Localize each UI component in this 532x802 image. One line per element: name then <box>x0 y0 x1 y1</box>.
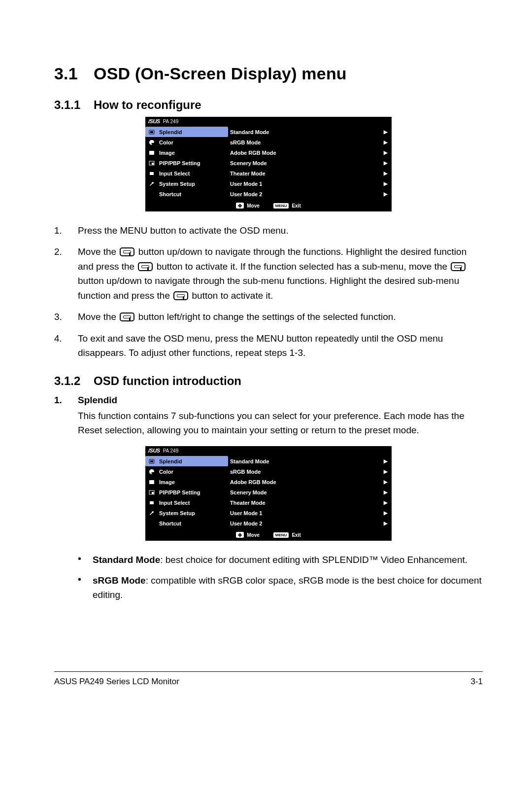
svg-rect-1 <box>150 131 153 133</box>
chevron-right-icon: ▶ <box>384 181 388 186</box>
osd-footer: ✥Move MENUExit <box>145 200 392 211</box>
osd-menu-item: PIP/PBP Setting <box>145 487 228 497</box>
list-item: 1. Press the MENU button to activate the… <box>54 223 483 238</box>
step-number: 3. <box>54 310 78 324</box>
bullet-list: • Standard Mode: best choice for documen… <box>78 553 483 602</box>
chevron-right-icon: ▶ <box>384 521 388 526</box>
section-number: 3.1 <box>54 64 94 83</box>
svg-rect-2 <box>149 151 154 155</box>
exit-label: Exit <box>292 203 300 209</box>
joystick-icon <box>120 313 134 321</box>
chevron-right-icon: ▶ <box>384 489 388 495</box>
osd-option: User Mode 1▶ <box>230 178 388 189</box>
osd-menu-item: System Setup <box>145 508 228 518</box>
subsection-number: 3.1.2 <box>54 374 94 388</box>
shortcut-icon <box>147 191 156 197</box>
osd-option: Scenery Mode▶ <box>230 158 388 168</box>
paragraph: This function contains 7 sub-functions y… <box>78 409 483 438</box>
osd-option: User Mode 1▶ <box>230 508 388 518</box>
item-title: Splendid <box>78 395 117 406</box>
osd-menu-item: PIP/PBP Setting <box>145 158 228 168</box>
nav-icon: ✥ <box>236 532 244 538</box>
osd-menu-item: Color <box>145 466 228 477</box>
chevron-right-icon: ▶ <box>384 171 388 176</box>
osd-menu-item: Splendid <box>145 456 228 466</box>
input-icon <box>147 500 156 506</box>
splendid-icon <box>147 129 156 135</box>
chevron-right-icon: ▶ <box>384 469 388 474</box>
osd-menu-label: Color <box>156 139 173 145</box>
step-number: 4. <box>54 331 78 360</box>
chevron-right-icon: ▶ <box>384 129 388 135</box>
chevron-right-icon: ▶ <box>384 479 388 485</box>
joystick-icon <box>451 262 466 271</box>
model-label: PA 249 <box>163 119 179 124</box>
osd-menu-label: System Setup <box>156 181 195 187</box>
osd-header: /SUS PA 249 <box>145 117 392 126</box>
svg-rect-6 <box>150 460 153 462</box>
mode-desc: : compatible with sRGB color space, sRGB… <box>93 575 482 600</box>
list-item: 3. Move the button left/right to change … <box>54 310 483 324</box>
osd-option: User Mode 2▶ <box>230 189 388 199</box>
input-icon <box>147 171 156 176</box>
footer-left: ASUS PA249 Series LCD Monitor <box>54 677 179 687</box>
palette-icon <box>147 469 156 475</box>
subsection-heading: 3.1.1 How to reconfigure <box>54 98 483 112</box>
chevron-right-icon: ▶ <box>384 500 388 505</box>
osd-option: Adobe RGB Mode▶ <box>230 477 388 487</box>
list-item: • Standard Mode: best choice for documen… <box>78 553 483 567</box>
step-text: Move the button left/right to change the… <box>78 310 483 324</box>
osd-header: /SUS PA 249 <box>145 446 392 455</box>
page-footer: ASUS PA249 Series LCD Monitor 3-1 <box>54 671 483 687</box>
section-title: OSD (On-Screen Display) menu <box>94 64 347 83</box>
osd-option: sRGB Mode▶ <box>230 466 388 477</box>
model-label: PA 249 <box>163 448 179 453</box>
list-item: 2. Move the button up/down to navigate t… <box>54 244 483 303</box>
osd-menu-label: Input Select <box>156 171 190 176</box>
osd-option: User Mode 2▶ <box>230 518 388 528</box>
osd-option: Standard Mode▶ <box>230 456 388 466</box>
step-number: 1. <box>54 223 78 238</box>
osd-screenshot: /SUS PA 249 Splendid Color Image PIP/PBP… <box>145 446 392 541</box>
osd-menu-item: System Setup <box>145 178 228 189</box>
chevron-right-icon: ▶ <box>384 458 388 464</box>
joystick-icon <box>120 247 134 256</box>
osd-menu-item: Shortcut <box>145 189 228 199</box>
move-label: Move <box>247 203 260 209</box>
step-text: To exit and save the OSD menu, press the… <box>78 331 483 360</box>
mode-desc: : best choice for document editing with … <box>160 555 467 565</box>
brand-logo: /SUS <box>148 448 160 453</box>
osd-option: Theater Mode▶ <box>230 497 388 508</box>
bullet-icon: • <box>78 573 93 602</box>
image-icon <box>147 479 156 485</box>
subsection-number: 3.1.1 <box>54 98 94 112</box>
subsection-title: OSD function introduction <box>94 374 241 388</box>
step-number: 2. <box>54 244 78 303</box>
osd-menu-label: PIP/PBP Setting <box>156 160 200 166</box>
wrench-icon <box>147 510 156 516</box>
osd-left-menu: Splendid Color Image PIP/PBP Setting Inp… <box>145 455 228 529</box>
pip-icon <box>147 489 156 495</box>
osd-menu-item: Image <box>145 147 228 158</box>
list-item: • sRGB Mode: compatible with sRGB color … <box>78 573 483 602</box>
osd-menu-item: Input Select <box>145 497 228 508</box>
osd-menu-item: Shortcut <box>145 518 228 528</box>
osd-option: Adobe RGB Mode▶ <box>230 147 388 158</box>
osd-footer: ✥Move MENUExit <box>145 529 392 541</box>
osd-right-menu: Standard Mode▶ sRGB Mode▶ Adobe RGB Mode… <box>228 455 392 529</box>
footer-right: 3-1 <box>470 677 483 687</box>
osd-right-menu: Standard Mode▶ sRGB Mode▶ Adobe RGB Mode… <box>228 126 392 200</box>
nav-icon: ✥ <box>236 203 244 209</box>
joystick-icon <box>173 291 188 300</box>
chevron-right-icon: ▶ <box>384 139 388 145</box>
chevron-right-icon: ▶ <box>384 150 388 155</box>
bullet-icon: • <box>78 553 93 567</box>
brand-logo: /SUS <box>148 118 160 124</box>
osd-option: sRGB Mode▶ <box>230 137 388 147</box>
svg-rect-9 <box>152 492 154 494</box>
osd-menu-label: Image <box>156 150 175 156</box>
svg-rect-4 <box>152 163 154 165</box>
pip-icon <box>147 160 156 166</box>
image-icon <box>147 150 156 156</box>
menu-button-icon: MENU <box>273 532 289 538</box>
